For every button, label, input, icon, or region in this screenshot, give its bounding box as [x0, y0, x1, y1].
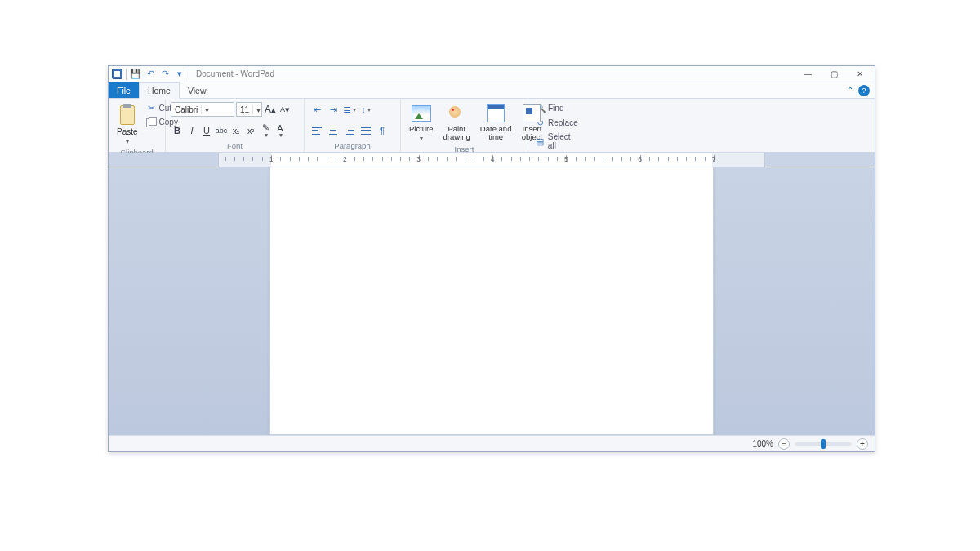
font-color-button[interactable]: A	[274, 123, 287, 138]
font-family-select[interactable]: Calibri▾	[171, 102, 234, 117]
paragraph-dialog-button[interactable]	[375, 123, 390, 138]
zoom-slider[interactable]	[795, 442, 852, 446]
highlight-color-button[interactable]: ✎	[259, 123, 272, 138]
status-bar: 100% − +	[109, 435, 875, 451]
undo-button[interactable]: ↶	[145, 69, 156, 80]
qat-separator-2	[189, 69, 189, 80]
find-label: Find	[548, 104, 564, 113]
zoom-in-button[interactable]: +	[857, 438, 868, 450]
cut-icon	[146, 103, 157, 113]
ribbon: Paste ▾ Cut Copy Clipboard Calibri▾ 11▾ …	[109, 99, 875, 153]
paint-drawing-label: Paint drawing	[443, 125, 470, 141]
title-bar: 💾 ↶ ↷ ▾ Document - WordPad — ▢ ✕	[109, 66, 875, 82]
shrink-font-button[interactable]: A▾	[278, 102, 292, 117]
align-center-button[interactable]	[326, 123, 341, 138]
bullets-button[interactable]	[342, 102, 357, 117]
zoom-level-label: 100%	[752, 439, 773, 448]
align-left-button[interactable]	[310, 123, 324, 138]
group-font: Calibri▾ 11▾ A▴ A▾ B I U abc x x ✎ A Fon…	[166, 99, 305, 152]
paste-icon	[118, 104, 137, 127]
insert-picture-label: Picture	[409, 125, 434, 133]
paste-label: Paste	[117, 128, 138, 136]
font-size-select[interactable]: 11▾	[236, 102, 262, 117]
picture-icon	[412, 105, 431, 122]
tab-view[interactable]: View	[180, 82, 215, 98]
group-paragraph: Paragraph	[305, 99, 401, 152]
copy-icon	[146, 117, 157, 127]
group-insert: Picture ▾ Paint drawing Date and time In…	[401, 99, 528, 152]
font-size-value: 11	[237, 105, 252, 114]
save-button[interactable]: 💾	[130, 69, 141, 80]
strikethrough-button[interactable]: abc	[215, 123, 228, 138]
group-label-font: Font	[171, 140, 299, 152]
zoom-slider-thumb[interactable]	[821, 439, 826, 449]
redo-button[interactable]: ↷	[159, 69, 171, 80]
window-controls: — ▢ ✕	[795, 66, 873, 82]
ribbon-tabs: File Home View ⌃ ?	[109, 82, 875, 99]
document-area: 1234567	[109, 153, 875, 435]
quick-access-toolbar: 💾 ↶ ↷ ▾	[110, 69, 189, 80]
grow-font-button[interactable]: A▴	[264, 102, 277, 117]
italic-button[interactable]: I	[185, 123, 198, 138]
collapse-ribbon-icon[interactable]: ⌃	[847, 86, 853, 95]
window-title: Document - WordPad	[196, 69, 274, 78]
paste-button[interactable]: Paste ▾	[114, 102, 141, 147]
zoom-out-button[interactable]: −	[778, 438, 790, 450]
align-justify-button[interactable]	[359, 123, 373, 138]
select-all-label: Select all	[548, 132, 581, 150]
object-icon	[523, 104, 541, 122]
select-all-icon	[535, 136, 546, 147]
qat-separator	[126, 69, 127, 80]
close-button[interactable]: ✕	[847, 66, 873, 82]
help-icon[interactable]: ?	[858, 85, 870, 96]
align-right-button[interactable]	[342, 123, 357, 138]
customize-qat-button[interactable]: ▾	[174, 69, 185, 80]
line-spacing-button[interactable]	[359, 102, 373, 117]
decrease-indent-button[interactable]	[310, 102, 324, 117]
paint-icon	[448, 104, 466, 122]
wordpad-window: 💾 ↶ ↷ ▾ Document - WordPad — ▢ ✕ File Ho…	[108, 65, 875, 452]
bold-button[interactable]: B	[171, 123, 184, 138]
font-family-value: Calibri	[172, 105, 201, 114]
increase-indent-button[interactable]	[326, 102, 341, 117]
superscript-button[interactable]: x	[244, 123, 257, 138]
subscript-button[interactable]: x	[229, 123, 243, 138]
maximize-button[interactable]: ▢	[821, 66, 847, 82]
date-time-button[interactable]: Date and time	[477, 102, 515, 143]
replace-label: Replace	[548, 118, 578, 127]
select-all-button[interactable]: Select all	[533, 131, 582, 151]
tab-file[interactable]: File	[109, 82, 139, 98]
paint-drawing-button[interactable]: Paint drawing	[440, 102, 474, 143]
ruler-wrap: 1234567	[109, 153, 875, 167]
date-time-label: Date and time	[480, 125, 512, 141]
calendar-icon	[487, 104, 505, 122]
minimize-button[interactable]: —	[795, 66, 821, 82]
group-label-paragraph: Paragraph	[310, 140, 395, 152]
horizontal-ruler[interactable]: 1234567	[218, 153, 765, 167]
underline-button[interactable]: U	[200, 123, 213, 138]
document-page[interactable]	[270, 167, 714, 435]
app-icon[interactable]	[112, 69, 122, 79]
tab-home[interactable]: Home	[139, 82, 180, 99]
group-clipboard: Paste ▾ Cut Copy Clipboard	[109, 99, 166, 152]
insert-picture-button[interactable]: Picture ▾	[406, 102, 437, 144]
